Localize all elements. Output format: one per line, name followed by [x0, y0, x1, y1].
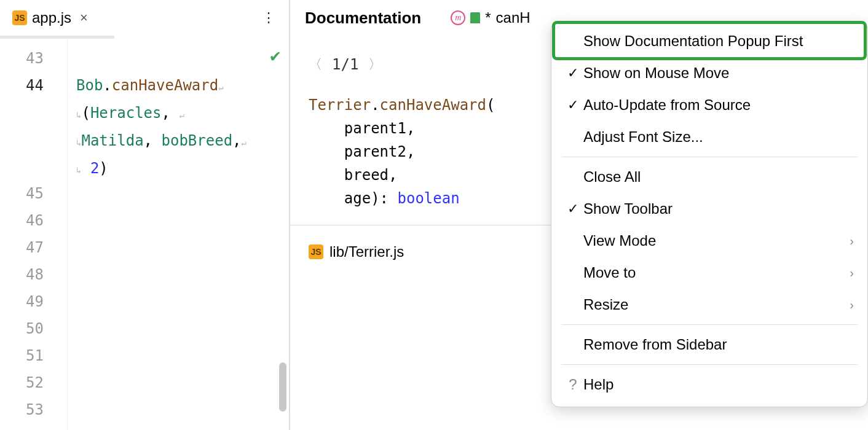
nav-prev-icon[interactable]: 〈	[309, 53, 322, 76]
sig-name: canHaveAward	[380, 96, 486, 114]
editor-pane: JS app.js × ⋮ 4344 454647484950515253 ✔ …	[0, 0, 290, 430]
line-number: 52	[0, 369, 44, 396]
code-token: canHaveAward	[112, 77, 218, 94]
soft-wrap-icon: ↳	[76, 157, 81, 184]
menu-item[interactable]: ✓Show on Mouse Move	[551, 57, 867, 89]
code-token: ,	[144, 132, 162, 149]
menu-item-label: Remove from Sidebar	[583, 336, 854, 353]
doc-tab-symbol[interactable]: m * canH	[451, 9, 530, 26]
line-number	[0, 126, 44, 153]
help-icon: ?	[562, 376, 583, 393]
menu-item[interactable]: Close All	[551, 161, 867, 193]
check-icon: ✓	[562, 97, 583, 113]
sig-open: (	[486, 96, 495, 114]
sig-type: Terrier	[309, 96, 371, 114]
editor-tabbar: JS app.js × ⋮	[0, 0, 289, 36]
documentation-pane: Documentation m * canH 〈 1/1 〉 Terrier.c…	[290, 0, 868, 430]
line-number: 50	[0, 315, 44, 342]
code-token: 2	[90, 160, 99, 177]
menu-item-label: Help	[583, 376, 854, 393]
menu-item[interactable]: Move to›	[551, 257, 867, 289]
soft-wrap-icon: ↵	[218, 74, 223, 101]
line-number	[0, 153, 44, 180]
chevron-right-icon: ›	[850, 234, 854, 248]
menu-item-label: Auto-Update from Source	[583, 96, 854, 114]
menu-item-label: Move to	[583, 264, 850, 281]
menu-item[interactable]: ?Help	[551, 369, 867, 401]
line-number: 47	[0, 234, 44, 261]
line-number-gutter: 4344 454647484950515253	[0, 39, 68, 430]
line-number: 49	[0, 288, 44, 315]
chevron-right-icon: ›	[850, 266, 854, 280]
menu-item-label: View Mode	[583, 232, 850, 249]
editor-tab-label: app.js	[32, 9, 71, 26]
menu-separator	[561, 157, 858, 157]
menu-item-label: Show on Mouse Move	[583, 64, 854, 82]
menu-item[interactable]: Adjust Font Size...	[551, 121, 867, 153]
menu-item[interactable]: Resize›	[551, 289, 867, 321]
menu-item-label: Adjust Font Size...	[583, 128, 854, 146]
doc-tab-documentation[interactable]: Documentation	[305, 9, 421, 28]
soft-wrap-icon: ↵	[179, 101, 184, 128]
code-token: )	[99, 160, 108, 177]
menu-item[interactable]: ✓Show Toolbar	[551, 193, 867, 225]
line-number: 43	[0, 45, 44, 72]
menu-item-label: Show Documentation Popup First	[583, 33, 854, 50]
doc-tab-symbol-prefix: *	[485, 9, 491, 26]
scrollbar-thumb[interactable]	[279, 362, 286, 412]
menu-item-label: Close All	[583, 168, 854, 186]
code-area[interactable]: ✔ Bob.canHaveAward↵ ↳(Heracles, ↵ ↳Matil…	[68, 39, 289, 430]
soft-wrap-icon: ↳	[76, 101, 81, 128]
code-token: Bob	[76, 77, 103, 94]
menu-separator	[561, 364, 858, 365]
code-token: ,	[232, 132, 241, 149]
sig-param: breed,	[344, 166, 398, 184]
menu-item[interactable]: ✓Auto-Update from Source	[551, 89, 867, 121]
code-token: (	[81, 104, 90, 122]
sig-dot: .	[371, 96, 379, 114]
nav-count: 1/1	[332, 53, 358, 76]
doc-filepath-label: lib/Terrier.js	[329, 240, 404, 264]
menu-separator	[561, 324, 858, 325]
code-token: Matilda	[81, 132, 143, 149]
line-number: 48	[0, 261, 44, 288]
menu-item[interactable]: View Mode›	[551, 225, 867, 257]
menu-item-label: Show Toolbar	[583, 200, 854, 217]
code-token: ,	[161, 104, 179, 122]
menu-item-label: Resize	[583, 296, 850, 313]
soft-wrap-icon: ↳	[76, 129, 81, 156]
inspection-ok-icon[interactable]: ✔	[270, 42, 280, 69]
code-token: bobBreed	[162, 132, 233, 149]
method-icon: m	[451, 10, 465, 25]
doc-tab-symbol-label: canH	[496, 9, 531, 26]
line-number: 46	[0, 207, 44, 234]
js-file-icon: JS	[12, 10, 27, 25]
code-token: Heracles	[90, 104, 162, 122]
context-menu: Show Documentation Popup First✓Show on M…	[551, 21, 868, 407]
sig-param: parent1,	[344, 120, 416, 137]
chevron-right-icon: ›	[850, 298, 854, 312]
sig-param: parent2,	[344, 143, 416, 160]
sig-return: boolean	[398, 190, 460, 207]
check-icon: ✓	[562, 201, 583, 217]
line-number: 44	[0, 72, 44, 99]
line-number: 51	[0, 342, 44, 369]
code-token: .	[103, 77, 111, 94]
check-icon: ✓	[562, 65, 583, 81]
nav-next-icon[interactable]: 〉	[368, 53, 382, 76]
line-number	[0, 99, 44, 126]
menu-item[interactable]: Remove from Sidebar	[551, 329, 867, 361]
editor-tab-appjs[interactable]: JS app.js ×	[6, 9, 94, 26]
line-number: 53	[0, 396, 44, 423]
js-file-icon: JS	[309, 244, 323, 259]
editor-body[interactable]: 4344 454647484950515253 ✔ Bob.canHaveAwa…	[0, 39, 289, 430]
soft-wrap-icon: ↵	[242, 129, 247, 156]
menu-item[interactable]: Show Documentation Popup First	[551, 25, 867, 57]
lock-icon	[470, 12, 480, 23]
close-tab-icon[interactable]: ×	[80, 10, 88, 26]
line-number: 45	[0, 180, 44, 207]
sig-param: age):	[344, 190, 398, 207]
kebab-menu-icon[interactable]: ⋮	[248, 10, 289, 26]
